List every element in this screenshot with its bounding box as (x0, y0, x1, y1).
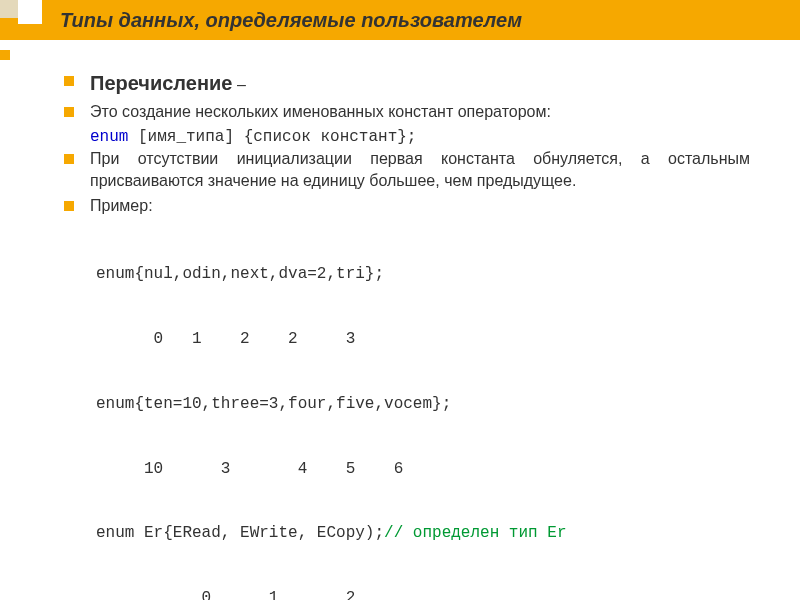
bullet-item: Перечисление – (64, 70, 750, 97)
code-line: enum{ten=10,three=3,four,five,vocem}; (96, 394, 750, 416)
bullet-icon (64, 154, 74, 164)
bullet-icon (64, 107, 74, 117)
slide-title: Типы данных, определяемые пользователем (60, 9, 522, 32)
slide-content: Перечисление – Это создание нескольких и… (0, 40, 800, 600)
bullet-item: При отсутствии инициализации первая конс… (64, 148, 750, 191)
bullet-item: Это создание нескольких именованных конс… (64, 101, 750, 123)
bullet-icon (64, 76, 74, 86)
code-line: enum Er{ERead, EWrite, ECopy);// определ… (96, 523, 750, 545)
code-block: enum{nul,odin,next,dva=2,tri}; 0 1 2 2 3… (96, 221, 750, 600)
bullet-text: Это создание нескольких именованных конс… (90, 101, 750, 123)
bullet-text: При отсутствии инициализации первая конс… (90, 148, 750, 191)
bullet-text: Пример: (90, 195, 750, 217)
code-line: 10 3 4 5 6 (96, 459, 750, 481)
code-line: 0 1 2 (96, 588, 750, 600)
bullet-item: Пример: (64, 195, 750, 217)
bullet-icon (64, 201, 74, 211)
enum-heading: Перечисление (90, 72, 232, 94)
syntax-line: enum [имя_типа] {список констант}; (90, 127, 750, 149)
enum-heading-suffix: – (232, 76, 245, 93)
title-bar: Типы данных, определяемые пользователем (0, 0, 800, 40)
code-line: 0 1 2 2 3 (96, 329, 750, 351)
code-line: enum{nul,odin,next,dva=2,tri}; (96, 264, 750, 286)
